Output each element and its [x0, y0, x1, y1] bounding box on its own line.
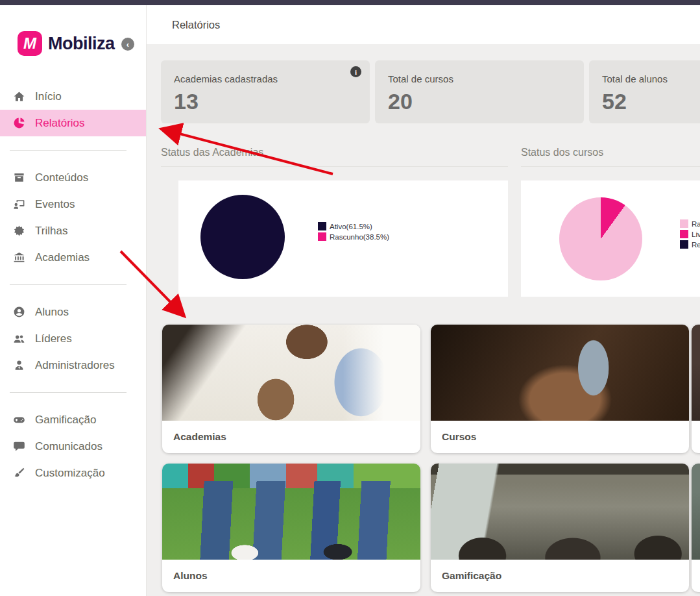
- sidebar-collapse-button[interactable]: ‹: [121, 38, 134, 51]
- report-card-academias[interactable]: Academias: [162, 325, 420, 453]
- top-accent-bar: [0, 0, 700, 5]
- home-icon: [12, 90, 26, 103]
- report-card-clipped-1[interactable]: [692, 325, 700, 453]
- sidebar-item-label: Trilhas: [35, 225, 67, 238]
- report-card-alunos[interactable]: Alunos: [162, 464, 420, 592]
- sidebar-item-label: Alunos: [35, 306, 69, 319]
- sidebar-item-gamificacao[interactable]: Gamificação: [0, 406, 146, 433]
- sidebar-item-conteudos[interactable]: Conteúdos: [0, 164, 146, 191]
- sidebar-item-trilhas[interactable]: Trilhas: [0, 217, 146, 244]
- bank-icon: [12, 251, 26, 264]
- sidebar-item-label: Líderes: [35, 332, 72, 345]
- sidebar-item-customizacao[interactable]: Customização: [0, 460, 146, 486]
- legend-swatch: [680, 240, 688, 249]
- sidebar-item-inicio[interactable]: Início: [0, 83, 146, 110]
- sidebar-item-label: Academias: [35, 251, 90, 264]
- badge-icon: [12, 225, 26, 237]
- stat-label: Total de cursos: [388, 73, 571, 84]
- users-icon: [12, 332, 26, 345]
- chart-legend: Ativo(61.5%) Rascunho(38.5%): [318, 222, 389, 243]
- sidebar-item-eventos[interactable]: Eventos: [0, 191, 146, 217]
- sidebar-item-label: Início: [35, 90, 62, 103]
- report-card-label: Cursos: [431, 421, 689, 453]
- stats-row: i Academias cadastradas 13 Total de curs…: [161, 60, 700, 123]
- page-title: Relatórios: [172, 19, 220, 31]
- sidebar-item-label: Administradores: [35, 359, 115, 372]
- sidebar-item-label: Conteúdos: [35, 171, 88, 184]
- brand-logo[interactable]: M Mobiliza: [18, 31, 115, 56]
- section-title-status-academias: Status das Academias: [161, 147, 508, 167]
- speech-bubble-icon: [12, 440, 26, 453]
- clipped-card-image: [692, 325, 700, 421]
- mobiliza-logo-icon: M: [18, 31, 42, 56]
- sidebar-item-academias[interactable]: Academias: [0, 244, 146, 271]
- report-card-label: [692, 421, 700, 453]
- legend-item-rascunho[interactable]: Rascunho(38.5%): [318, 232, 389, 241]
- sidebar-item-label: Eventos: [35, 198, 75, 211]
- legend-label: Restrito(0%): [692, 241, 700, 249]
- user-tie-icon: [12, 359, 26, 371]
- stat-value: 20: [388, 89, 571, 114]
- sidebar-item-lideres[interactable]: Líderes: [0, 325, 146, 352]
- stat-card-total-cursos: Total de cursos 20: [375, 60, 584, 123]
- presentation-user-icon: [12, 198, 26, 210]
- report-card-label: [692, 560, 700, 592]
- gamificacao-card-image: [431, 464, 689, 560]
- archive-icon: [12, 171, 26, 184]
- report-card-label: Academias: [162, 421, 420, 453]
- legend-label: Livre(85%): [692, 230, 700, 238]
- report-card-cursos[interactable]: Cursos: [431, 325, 689, 453]
- app-window: M Mobiliza ‹ Início Relatórios: [0, 0, 700, 596]
- content-area: i Academias cadastradas 13 Total de curs…: [146, 44, 700, 596]
- sidebar: M Mobiliza ‹ Início Relatórios: [0, 5, 147, 596]
- stat-card-academias-cadastradas: i Academias cadastradas 13: [161, 60, 370, 123]
- stat-value: 52: [602, 89, 700, 114]
- sidebar-divider: [10, 284, 127, 285]
- report-card-gamificacao[interactable]: Gamificação: [431, 464, 689, 592]
- stat-card-total-alunos: Total de alunos 52: [589, 60, 700, 123]
- clipped-card-image: [692, 464, 700, 560]
- legend-item-livre[interactable]: Livre(85%): [680, 230, 700, 238]
- sidebar-item-label: Customização: [35, 467, 105, 480]
- sidebar-item-label: Relatórios: [35, 117, 85, 130]
- sidebar-nav: Início Relatórios Conteúdos Eventos: [0, 83, 146, 486]
- cursos-card-image: [431, 325, 689, 421]
- report-card-label: Alunos: [162, 560, 420, 592]
- pie-chart-card-cursos: Rascunho(15%) Livre(85%) Restrito(0%): [521, 180, 700, 297]
- sidebar-item-comunicados[interactable]: Comunicados: [0, 433, 146, 460]
- info-icon[interactable]: i: [350, 66, 361, 77]
- legend-label: Rascunho(15%): [692, 220, 700, 228]
- page-header: Relatórios: [146, 5, 700, 44]
- sidebar-divider: [10, 150, 127, 151]
- legend-swatch: [680, 219, 688, 228]
- alunos-card-image: [162, 464, 420, 560]
- report-card-label: Gamificação: [431, 560, 689, 592]
- legend-swatch: [318, 222, 326, 230]
- legend-item-ativo[interactable]: Ativo(61.5%): [318, 222, 389, 230]
- pie-chart-academias: [200, 195, 285, 279]
- paintbrush-icon: [12, 467, 26, 479]
- user-circle-icon: [12, 306, 26, 318]
- stat-label: Academias cadastradas: [174, 73, 357, 84]
- legend-swatch: [318, 232, 326, 241]
- sidebar-item-label: Comunicados: [35, 440, 103, 453]
- section-title-status-cursos: Status dos cursos: [521, 147, 700, 167]
- pie-chart-icon: [12, 117, 26, 129]
- stat-label: Total de alunos: [602, 73, 700, 84]
- sidebar-item-administradores[interactable]: Administradores: [0, 352, 146, 379]
- legend-item-rascunho[interactable]: Rascunho(15%): [680, 219, 700, 228]
- academias-card-image: [162, 325, 420, 421]
- sidebar-item-alunos[interactable]: Alunos: [0, 299, 146, 325]
- legend-swatch: [680, 230, 688, 238]
- sidebar-item-label: Gamificação: [35, 414, 96, 427]
- gamepad-icon: [12, 414, 26, 426]
- stat-value: 13: [174, 89, 357, 114]
- brand-name: Mobiliza: [48, 34, 115, 54]
- pie-chart-card-academias: Ativo(61.5%) Rascunho(38.5%): [178, 180, 508, 297]
- main-area: Relatórios i Academias cadastradas 13 To…: [146, 5, 700, 596]
- chart-legend: Rascunho(15%) Livre(85%) Restrito(0%): [680, 219, 700, 251]
- report-card-clipped-2[interactable]: [692, 464, 700, 592]
- legend-item-restrito[interactable]: Restrito(0%): [680, 240, 700, 249]
- pie-chart-cursos: [559, 197, 642, 280]
- sidebar-item-relatorios[interactable]: Relatórios: [0, 110, 146, 136]
